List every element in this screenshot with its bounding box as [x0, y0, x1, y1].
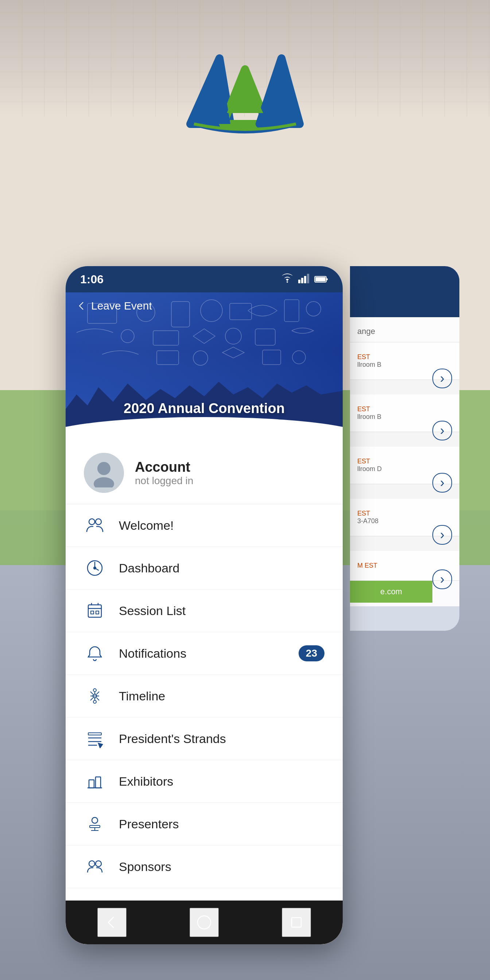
svg-rect-13 — [230, 303, 251, 320]
account-name: Account — [135, 460, 193, 475]
event-title: 2020 Annual Convention — [65, 401, 343, 416]
avatar — [84, 453, 124, 493]
svg-line-39 — [97, 692, 99, 694]
sponsors-label: Sponsors — [119, 860, 325, 874]
svg-rect-43 — [88, 733, 101, 735]
svg-point-15 — [306, 302, 321, 316]
timeline-label: Timeline — [119, 689, 325, 703]
right-panel: ange EST llroom B EST llroom B EST llroo… — [350, 266, 460, 631]
svg-rect-31 — [91, 611, 94, 614]
svg-rect-5 — [304, 276, 306, 283]
presenters-icon — [84, 813, 106, 835]
recents-button[interactable] — [282, 908, 311, 937]
svg-rect-3 — [298, 280, 301, 283]
svg-point-69 — [197, 916, 211, 929]
svg-rect-11 — [171, 302, 189, 327]
account-status: not logged in — [135, 475, 193, 487]
menu-list: Welcome! Dashboard Session List Notifica… — [65, 504, 343, 944]
exhibitors-icon — [84, 770, 106, 792]
notifications-badge: 23 — [299, 645, 325, 661]
menu-item-sponsors[interactable]: Sponsors — [65, 845, 343, 888]
account-section[interactable]: Account not logged in — [65, 438, 343, 504]
leave-event-label: Leave Event — [91, 300, 152, 312]
exhibitors-label: Exhibitors — [119, 775, 325, 789]
account-info: Account not logged in — [135, 460, 193, 487]
dashboard-label: Dashboard — [119, 561, 325, 575]
svg-rect-48 — [95, 777, 100, 788]
svg-point-21 — [193, 351, 208, 365]
timeline-icon — [84, 685, 106, 707]
session-list-icon — [84, 600, 106, 622]
svg-rect-17 — [153, 331, 179, 345]
svg-point-27 — [95, 519, 101, 525]
welcome-label: Welcome! — [119, 519, 325, 533]
status-time: 1:06 — [80, 273, 103, 286]
leave-event-button[interactable]: Leave Event — [76, 300, 152, 312]
app-logo — [172, 37, 318, 138]
svg-rect-6 — [307, 274, 309, 283]
svg-rect-22 — [262, 350, 281, 364]
menu-item-sessions[interactable]: Session List — [65, 590, 343, 632]
dashboard-icon — [84, 557, 106, 579]
svg-point-34 — [93, 689, 96, 692]
notifications-label: Notifications — [119, 646, 285, 660]
welcome-icon — [84, 514, 106, 536]
menu-item-welcome[interactable]: Welcome! — [65, 504, 343, 547]
menu-item-timeline[interactable]: Timeline — [65, 675, 343, 718]
svg-point-12 — [200, 300, 223, 321]
menu-item-exhibitors[interactable]: Exhibitors — [65, 760, 343, 803]
wifi-icon — [281, 273, 294, 286]
svg-rect-14 — [285, 300, 299, 321]
strands-icon — [84, 728, 106, 749]
svg-rect-32 — [96, 611, 99, 614]
menu-item-notifications[interactable]: Notifications 23 — [65, 632, 343, 675]
svg-rect-20 — [157, 351, 179, 364]
svg-rect-47 — [89, 780, 94, 788]
menu-item-presenters[interactable]: Presenters — [65, 803, 343, 845]
svg-line-40 — [97, 698, 99, 700]
svg-line-41 — [91, 692, 93, 694]
svg-point-29 — [94, 567, 96, 569]
event-banner: Leave Event 2020 Annual Convention — [65, 293, 343, 438]
svg-point-16 — [121, 329, 134, 343]
sponsors-icon — [84, 856, 106, 878]
svg-point-23 — [293, 351, 305, 364]
session-list-label: Session List — [119, 604, 325, 618]
svg-point-25 — [94, 477, 114, 487]
svg-rect-30 — [88, 605, 101, 617]
svg-rect-19 — [255, 329, 275, 345]
battery-icon — [314, 273, 328, 286]
strands-label: President's Strands — [119, 732, 325, 746]
menu-item-dashboard[interactable]: Dashboard — [65, 547, 343, 590]
back-button[interactable] — [97, 908, 127, 937]
presenters-label: Presenters — [119, 817, 325, 831]
status-bar: 1:06 — [65, 266, 343, 293]
svg-point-18 — [225, 328, 241, 344]
svg-rect-8 — [315, 277, 326, 282]
svg-line-42 — [91, 698, 93, 700]
svg-rect-51 — [90, 826, 100, 827]
signal-icon — [298, 273, 310, 286]
svg-point-26 — [89, 519, 95, 525]
svg-rect-4 — [301, 278, 303, 283]
svg-point-35 — [93, 700, 96, 703]
status-icons — [281, 273, 328, 286]
svg-point-50 — [92, 818, 98, 823]
notifications-icon — [84, 643, 106, 664]
home-button[interactable] — [189, 908, 219, 937]
bottom-nav — [65, 900, 343, 944]
phone-frame: 1:06 — [65, 266, 343, 944]
menu-item-strands[interactable]: President's Strands — [65, 718, 343, 760]
svg-rect-70 — [292, 918, 301, 927]
svg-point-24 — [97, 462, 110, 475]
